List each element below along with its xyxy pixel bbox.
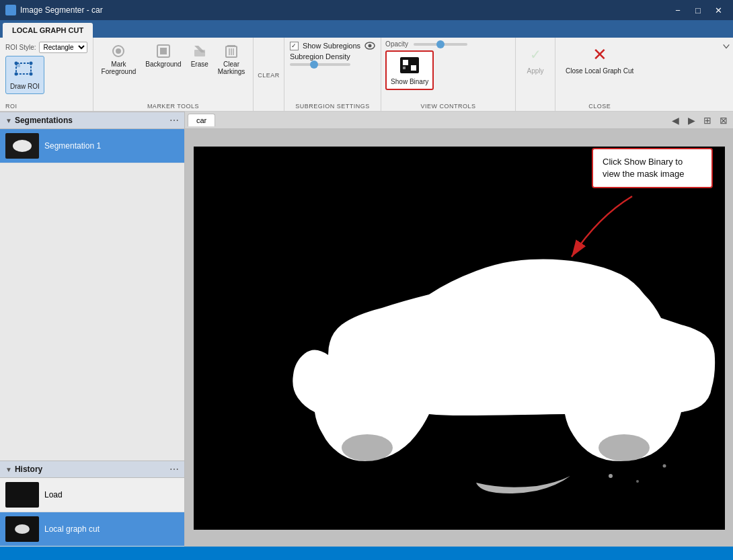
erase-icon	[192, 43, 208, 59]
right-panel: car ◀ ▶ ⊞ ⊠	[185, 112, 733, 547]
left-panel-spacer	[0, 163, 184, 461]
segmentation-item-1[interactable]: Segmentation 1	[0, 129, 184, 163]
svg-point-30	[609, 474, 613, 478]
subregion-density-slider[interactable]	[290, 63, 350, 66]
show-binary-button[interactable]: Show Binary	[385, 50, 434, 90]
svg-point-4	[14, 73, 17, 76]
doc-tab-close-panel[interactable]: ⊠	[717, 114, 730, 127]
svg-point-31	[662, 464, 666, 467]
svg-point-29	[342, 434, 393, 461]
svg-point-23	[13, 140, 32, 152]
close-button[interactable]: ✕	[709, 1, 728, 19]
svg-point-18	[369, 44, 372, 48]
history-thumb-local-graph-cut	[5, 516, 39, 542]
show-subregions-checkbox[interactable]: ✓	[290, 42, 299, 50]
marker-tools-label: MARKER TOOLS	[147, 103, 199, 110]
history-collapse-icon: ▼	[5, 466, 12, 473]
doc-tab-scroll-right[interactable]: ▶	[685, 114, 698, 127]
apply-group: ✓ Apply	[516, 38, 555, 111]
history-section: ▼ History ⋯ Load	[0, 461, 184, 547]
history-header[interactable]: ▼ History ⋯	[0, 461, 184, 478]
doc-tab-scroll-left[interactable]: ◀	[668, 114, 682, 127]
opacity-slider[interactable]	[414, 43, 467, 46]
close-group-label: CLOSE	[561, 102, 638, 110]
opacity-label: Opacity	[385, 40, 408, 48]
mark-foreground-label: MarkForeground	[102, 61, 137, 75]
ribbon-collapse-button[interactable]	[720, 39, 733, 54]
apply-label: Apply	[527, 67, 544, 75]
history-item-label-load: Load	[44, 490, 63, 499]
title-bar: Image Segmenter - car − □ ✕	[0, 0, 733, 20]
history-list: Load Local graph cut	[0, 478, 184, 547]
close-local-graph-cut-button[interactable]: ✕ Close Local Graph Cut	[561, 40, 638, 79]
segmentations-options-icon[interactable]: ⋯	[169, 115, 179, 126]
roi-group: ROI Style: Rectangle Freehand Ellipse	[0, 38, 93, 111]
collapse-icon	[722, 42, 730, 51]
view-controls-label: VIEW CONTROLS	[385, 102, 511, 110]
ribbon: ROI Style: Rectangle Freehand Ellipse	[0, 38, 733, 112]
close-local-graph-cut-icon: ✕	[589, 44, 611, 65]
title-bar-controls: − □ ✕	[668, 1, 728, 19]
mark-background-label: Background	[145, 61, 181, 68]
status-bar	[0, 547, 733, 560]
marker-tools-group: MarkForeground Background	[93, 38, 254, 111]
roi-style-select[interactable]: Rectangle Freehand Ellipse	[39, 42, 87, 53]
ribbon-tab-bar: LOCAL GRAPH CUT	[0, 20, 733, 38]
mark-foreground-button[interactable]: MarkForeground	[98, 40, 141, 78]
mark-background-button[interactable]: Background	[141, 40, 185, 71]
segmentations-section: ▼ Segmentations ⋯ Segmentation 1	[0, 112, 184, 163]
callout-box: Click Show Binary to view the mask image	[592, 148, 713, 188]
binary-image	[194, 147, 725, 530]
history-item-load[interactable]: Load	[0, 478, 184, 512]
segmentations-collapse-icon: ▼	[5, 117, 12, 124]
clear-sublabel: CLEAR	[258, 72, 280, 79]
draw-roi-button[interactable]: Draw ROI	[5, 56, 44, 94]
clear-markings-button[interactable]: ClearMarkings	[214, 40, 249, 78]
main-area: ▼ Segmentations ⋯ Segmentation 1	[0, 112, 733, 547]
subregion-density-label: Subregion Density	[290, 52, 350, 61]
segmentations-header[interactable]: ▼ Segmentations ⋯	[0, 112, 184, 129]
history-thumb-load	[5, 482, 39, 508]
history-item-local-graph-cut[interactable]: Local graph cut	[0, 512, 184, 547]
roi-style-label: ROI Style:	[5, 44, 36, 51]
left-panel: ▼ Segmentations ⋯ Segmentation 1	[0, 112, 185, 547]
car-mask-svg	[194, 147, 725, 530]
apply-button[interactable]: ✓ Apply	[520, 40, 551, 79]
svg-point-28	[599, 434, 650, 461]
mark-background-icon	[155, 43, 171, 59]
svg-point-7	[116, 48, 121, 54]
history-item-label-local-graph-cut: Local graph cut	[44, 524, 100, 534]
clear-markings-label: ClearMarkings	[218, 61, 245, 75]
svg-rect-24	[9, 485, 36, 504]
doc-tab-bar: car ◀ ▶ ⊞ ⊠	[185, 112, 733, 129]
doc-tab-expand[interactable]: ⊞	[701, 114, 714, 127]
subregion-settings-group: ✓ Show Subregions Subregion Density SUBR…	[284, 38, 381, 111]
svg-point-32	[636, 480, 639, 483]
svg-point-2	[14, 62, 17, 65]
show-subregions-label: Show Subregions	[303, 42, 360, 50]
svg-point-26	[15, 524, 30, 534]
apply-icon: ✓	[525, 44, 546, 65]
segmentation-item-label-1: Segmentation 1	[44, 141, 101, 151]
erase-button[interactable]: Erase	[187, 40, 213, 71]
roi-group-label: ROI	[5, 103, 17, 110]
erase-label: Erase	[191, 61, 208, 68]
show-binary-label: Show Binary	[391, 78, 428, 86]
history-options-icon[interactable]: ⋯	[169, 464, 179, 475]
draw-roi-icon	[14, 59, 36, 81]
maximize-button[interactable]: □	[689, 1, 707, 19]
svg-rect-22	[403, 67, 406, 69]
view-controls-group: Opacity Show Binary VIEW CONTROLS	[381, 38, 516, 111]
close-local-graph-cut-label: Close Local Graph Cut	[566, 67, 633, 75]
callout-arrow-svg	[531, 190, 639, 270]
app-icon	[5, 5, 16, 15]
minimize-button[interactable]: −	[668, 1, 687, 19]
ribbon-tab-local-graph-cut[interactable]: LOCAL GRAPH CUT	[3, 23, 93, 38]
svg-rect-20	[403, 60, 408, 65]
history-label: History	[15, 465, 42, 474]
doc-tab-car[interactable]: car	[188, 114, 215, 126]
svg-point-5	[29, 73, 32, 76]
doc-tab-actions: ◀ ▶ ⊞ ⊠	[668, 114, 730, 127]
segmentation-list: Segmentation 1	[0, 129, 184, 163]
draw-roi-label: Draw ROI	[10, 83, 40, 91]
